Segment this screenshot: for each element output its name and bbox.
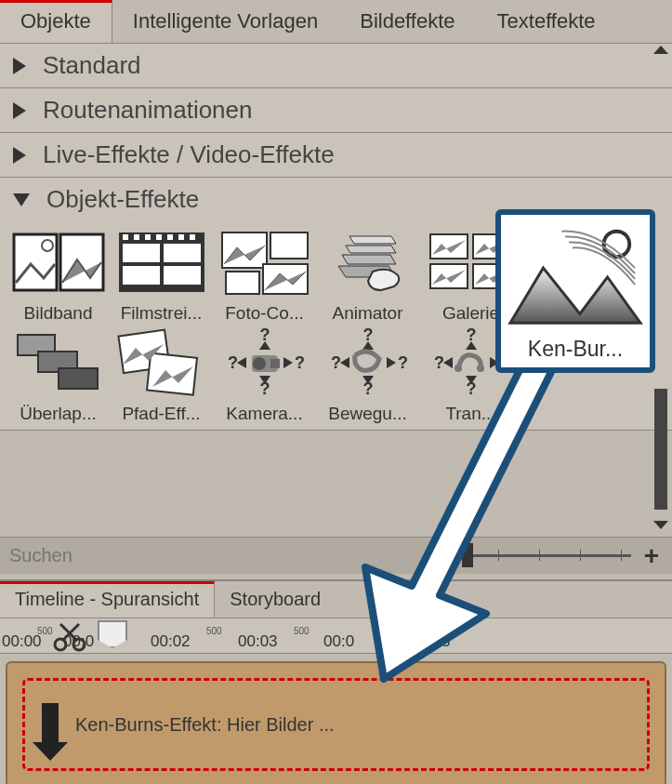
tab-timeline-track[interactable]: Timeline - Spuransicht [0,581,215,618]
svg-rect-1 [60,234,103,290]
effect-label: Pfad-Eff... [112,404,210,424]
animator-icon [322,227,415,298]
svg-rect-13 [178,234,184,240]
svg-rect-34 [270,359,280,368]
tab-storyboard[interactable]: Storyboard [215,581,336,618]
path-icon [115,327,208,398]
drag-arrow-icon [337,335,579,688]
effect-fotocollage[interactable]: Foto-Co... [216,227,313,324]
scissors-icon[interactable] [50,620,89,652]
overlap-icon [12,327,105,398]
add-icon[interactable]: + [631,541,672,571]
accordion-label: Routenanimationen [43,96,253,125]
svg-rect-14 [190,234,195,240]
chevron-down-icon [13,193,30,206]
svg-rect-11 [156,234,162,240]
drop-inner: Ken-Burns-Effekt: Hier Bilder ... [22,678,650,771]
svg-rect-21 [430,264,468,288]
collage-icon [218,227,311,298]
tab-objects[interactable]: Objekte [0,0,112,43]
accordion-standard[interactable]: Standard [0,44,672,88]
effect-label: Bildband [9,303,107,324]
svg-rect-19 [430,234,468,259]
tab-templates[interactable]: Intelligente Vorlagen [112,0,339,43]
effect-animator[interactable]: Animator [319,227,416,324]
effect-label: Kamera... [216,404,313,424]
scroll-thumb[interactable] [654,389,667,510]
svg-rect-4 [123,244,160,262]
effect-pfad[interactable]: Pfad-Eff... [112,327,210,424]
ruler-tick: 00:03 [238,632,278,651]
svg-rect-10 [145,234,151,240]
camera-icon: ???? [218,327,311,398]
svg-rect-9 [134,234,139,240]
svg-rect-25 [59,368,98,389]
main-tab-bar: Objekte Intelligente Vorlagen Bildeffekt… [0,0,672,44]
effect-label: Überlap... [9,404,107,424]
chevron-right-icon [13,102,26,119]
effect-kamera[interactable]: ???? Kamera... [216,327,313,424]
svg-rect-7 [164,266,201,285]
svg-rect-6 [123,266,160,285]
svg-text:?: ? [228,353,238,372]
dragged-effect-label: Ken-Bur... [528,337,623,362]
chevron-right-icon [13,58,26,74]
filmstrip-icon [115,227,208,298]
accordion-label: Standard [43,51,141,80]
kenburns-icon [507,220,644,333]
svg-rect-12 [167,234,173,240]
scroll-up-icon[interactable] [653,46,668,54]
effect-ueberlap[interactable]: Überlap... [9,327,107,424]
accordion-route[interactable]: Routenanimationen [0,88,672,133]
svg-rect-8 [123,234,128,240]
svg-rect-5 [164,244,201,262]
ruler-tick: 00:00 [2,632,42,651]
accordion-label: Live-Effekte / Video-Effekte [43,140,335,169]
chevron-right-icon [13,147,26,164]
drop-text: Ken-Burns-Effekt: Hier Bilder ... [75,714,335,736]
tab-text-effects[interactable]: Texteffekte [477,0,617,43]
scroll-down-icon[interactable] [653,521,668,529]
effect-filmstreifen[interactable]: Filmstrei... [112,227,210,324]
svg-rect-27 [147,353,197,395]
ruler-subtick: 500 [206,626,222,636]
accordion-label: Objekt-Effekte [46,185,199,214]
svg-rect-0 [14,234,57,290]
tab-image-effects[interactable]: Bildeffekte [339,0,476,43]
effect-label: Filmstrei... [112,303,210,324]
playhead-marker[interactable] [98,620,127,648]
svg-point-33 [253,357,266,370]
svg-text:?: ? [295,353,305,372]
ruler-tick: 00:02 [151,632,191,651]
effect-label: Foto-Co... [216,303,313,324]
bildband-icon [12,227,105,298]
accordion-live[interactable]: Live-Effekte / Video-Effekte [0,133,672,178]
ruler-subtick: 500 [294,626,310,636]
effect-bildband[interactable]: Bildband [9,227,107,324]
dragged-effect-kenburns[interactable]: Ken-Bur... [495,209,655,373]
effect-label: Animator [319,303,416,324]
svg-rect-17 [226,272,259,294]
svg-rect-16 [270,233,308,259]
down-arrow-icon [42,703,59,746]
